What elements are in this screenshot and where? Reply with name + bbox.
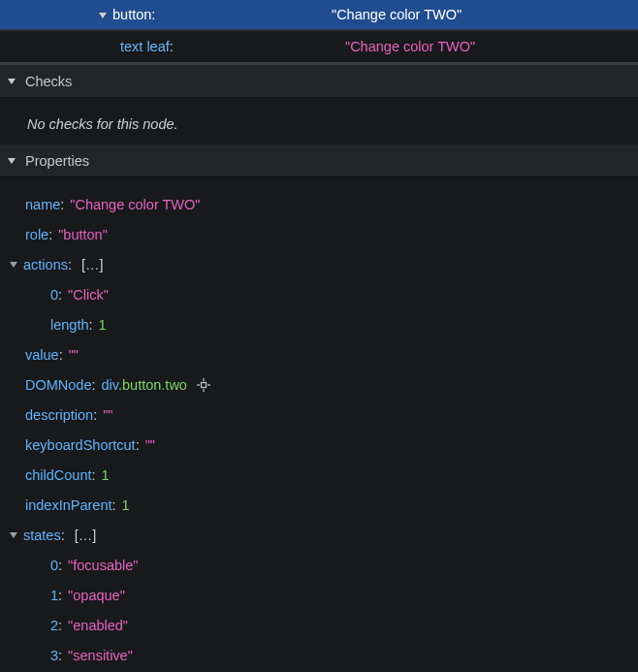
tree-node-button-selected[interactable]: button: "Change color TWO" [0,0,638,29]
prop-states-3-value: "sensitive" [68,648,133,663]
prop-value[interactable]: value: "" [0,339,638,369]
prop-states-0[interactable]: 0: "focusable" [0,550,638,580]
prop-states-2-value: "enabled" [68,618,128,633]
prop-value-value: "" [69,347,79,363]
prop-description-value: "" [103,407,112,423]
prop-childcount-value: 1 [102,467,110,483]
collapse-icon[interactable] [8,79,16,84]
section-checks-title: Checks [25,74,72,89]
svg-rect-0 [201,382,206,387]
expand-icon[interactable] [99,13,107,18]
prop-states-1-value: "opaque" [68,588,125,603]
prop-states-brackets: […] [75,528,97,543]
prop-domnode-tag: div [102,377,118,393]
section-properties-body: name: "Change color TWO" role: "button" … [0,177,638,672]
prop-states-1[interactable]: 1: "opaque" [0,580,638,610]
prop-actions-0[interactable]: 0: "Click" [0,279,638,309]
prop-actions-length-value: 1 [99,317,107,333]
prop-domnode-cls: .button.two [118,377,187,393]
prop-description[interactable]: description: "" [0,400,638,430]
collapse-icon[interactable] [10,262,17,268]
tree-node-text-leaf[interactable]: text leaf: "Change color TWO" [0,31,638,62]
tree-child-role: text leaf [120,39,170,54]
tree-node-role: button [112,7,151,22]
collapse-icon[interactable] [10,532,17,538]
prop-role[interactable]: role: "button" [0,219,638,249]
prop-states[interactable]: states: […] [0,520,638,550]
tree-node-value: "Change color TWO" [332,7,462,22]
prop-keyboardshortcut[interactable]: keyboardShortcut: "" [0,430,638,460]
prop-states-3[interactable]: 3: "sensitive" [0,640,638,670]
prop-indexinparent-value: 1 [122,497,130,513]
prop-childcount[interactable]: childCount: 1 [0,460,638,490]
prop-actions-length[interactable]: length: 1 [0,309,638,339]
prop-actions[interactable]: actions: […] [0,249,638,279]
section-checks-header[interactable]: Checks [0,65,638,98]
section-properties-header[interactable]: Properties [0,144,638,177]
prop-actions-0-value: "Click" [68,287,109,303]
prop-name-value: "Change color TWO" [70,197,200,212]
prop-name[interactable]: name: "Change color TWO" [0,189,638,219]
prop-keyboardshortcut-value: "" [145,437,155,453]
prop-indexinparent[interactable]: indexInParent: 1 [0,490,638,520]
inspector-icon[interactable] [197,378,210,392]
prop-states-0-value: "focusable" [68,558,138,573]
prop-domnode[interactable]: DOMNode: div.button.two [0,369,638,400]
section-properties-title: Properties [25,153,89,169]
prop-states-2[interactable]: 2: "enabled" [0,610,638,640]
tree-child-value: "Change color TWO" [345,39,475,54]
checks-empty-text: No checks for this node. [0,110,638,139]
prop-actions-brackets: […] [81,257,104,272]
prop-role-value: "button" [58,227,108,242]
collapse-icon[interactable] [8,158,16,164]
section-checks-body: No checks for this node. [0,98,638,144]
